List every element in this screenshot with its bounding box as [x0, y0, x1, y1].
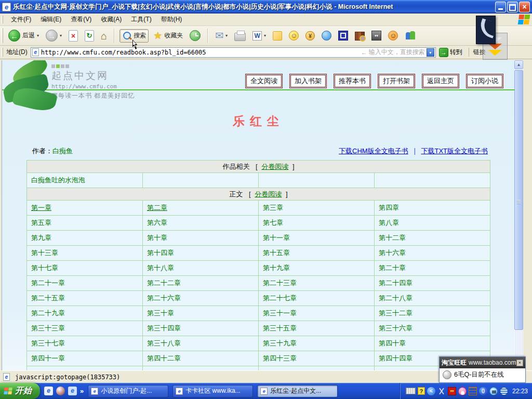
chapter-cell[interactable]: 第二十七章 — [259, 291, 375, 306]
menu-help[interactable]: 帮助(H) — [156, 14, 187, 25]
tray-collapse-icon[interactable]: < — [427, 387, 435, 395]
chapter-cell[interactable]: 第十八章 — [143, 261, 259, 276]
quicklaunch-ie-icon[interactable]: e — [44, 387, 53, 395]
stop-button[interactable]: × — [66, 29, 80, 43]
floating-swoosh-icon[interactable] — [476, 16, 496, 44]
close-button[interactable]: × — [519, 2, 530, 12]
forward-dropdown-icon[interactable]: ▾ — [60, 33, 62, 38]
chapter-cell[interactable]: 第四十一章 — [27, 351, 143, 366]
task-button-3-active[interactable]: e 乐红尘·起点中文... — [257, 385, 338, 397]
chapter-cell[interactable]: 第三十九章 — [259, 336, 375, 351]
chapter-cell[interactable]: 第十四章 — [143, 246, 259, 261]
chapter-cell[interactable]: 第二十六章 — [143, 291, 259, 306]
chapter-link[interactable]: 第三十六章 — [379, 324, 413, 332]
nav-read-full[interactable]: 全文阅读 — [245, 74, 283, 88]
chapter-link[interactable]: 第四十章 — [379, 339, 406, 347]
chapter-cell[interactable]: 第七章 — [259, 216, 375, 231]
mail-dropdown-icon[interactable]: ▾ — [225, 33, 228, 38]
chapter-link[interactable]: 第二十四章 — [379, 279, 413, 287]
chapter-link[interactable]: 第二十九章 — [31, 309, 65, 317]
chapter-cell[interactable]: 第三十一章 — [259, 306, 375, 321]
chapter-link[interactable]: 第四章 — [379, 204, 399, 211]
chapter-cell[interactable]: 第二十九章 — [27, 306, 143, 321]
chapter-link[interactable]: 第三十五章 — [263, 324, 297, 332]
chapter-link[interactable]: 第四十二章 — [147, 354, 181, 362]
help-tray-icon[interactable]: ? — [418, 387, 425, 395]
chapter-cell[interactable]: 第二十八章 — [375, 291, 490, 306]
nav-subscribe[interactable]: 订阅小说 — [466, 74, 503, 88]
face-tray-icon[interactable] — [489, 387, 498, 395]
chapter-link[interactable]: 第十九章 — [263, 264, 290, 272]
chapter-cell[interactable]: 第十三章 — [27, 246, 143, 261]
chapter-link[interactable]: 第三十二章 — [379, 309, 413, 317]
chapter-cell[interactable]: 第四十二章 — [143, 351, 259, 366]
scroll-up-button[interactable]: ▲ — [514, 60, 523, 69]
chapter-cell[interactable]: 第三十三章 — [27, 321, 143, 336]
chapter-link[interactable]: 第十八章 — [147, 264, 174, 272]
chapter-cell[interactable]: 第三十八章 — [143, 336, 259, 351]
chapter-cell[interactable]: 第三十七章 — [27, 336, 143, 351]
research-button[interactable] — [353, 29, 367, 42]
chapter-link[interactable]: 第二十七章 — [263, 294, 297, 302]
download-txt-link[interactable]: 下载TXT版全文电子书 — [421, 147, 488, 155]
related-link[interactable]: 白痴鱼吐的水泡泡 — [31, 176, 85, 184]
chapter-link[interactable]: 第四十四章 — [379, 354, 413, 362]
popup-close-icon[interactable]: × — [516, 360, 523, 366]
chapter-cell[interactable]: 第一章 — [27, 201, 143, 216]
chapter-cell[interactable]: 第五章 — [27, 216, 143, 231]
chapter-link[interactable]: 第九章 — [31, 234, 51, 242]
menu-file[interactable]: 文件(F) — [6, 14, 36, 25]
chapter-link[interactable]: 第三十一章 — [263, 309, 297, 317]
chapter-cell[interactable]: 第二十一章 — [27, 276, 143, 291]
mail-button[interactable]: ✉ ▾ — [213, 28, 230, 43]
chapter-link[interactable]: 第二十五章 — [31, 294, 65, 302]
chapter-link[interactable]: 第三章 — [263, 204, 283, 211]
nav-open-bookshelf[interactable]: 打开书架 — [378, 74, 415, 88]
chapter-link[interactable]: 第三十四章 — [147, 324, 181, 332]
chapter-cell[interactable]: 第十七章 — [27, 261, 143, 276]
notes-button[interactable] — [271, 30, 284, 42]
chapter-link[interactable]: 第十五章 — [263, 249, 290, 257]
task-button-2[interactable]: e 卡卡社区 www.ika... — [172, 385, 253, 397]
chapter-link[interactable]: 第十三章 — [31, 249, 58, 257]
chapter-link[interactable]: 第二十八章 — [379, 294, 413, 302]
search-button[interactable]: 搜索 — [119, 29, 149, 43]
history-button[interactable] — [188, 29, 203, 43]
chapter-link[interactable]: 第二十三章 — [263, 279, 297, 287]
task-button-1[interactable]: e 小说原创门户-起... — [88, 385, 168, 397]
subvolume-read-link[interactable]: 分卷阅读 — [261, 163, 288, 170]
nav-recommend[interactable]: 推荐本书 — [334, 74, 371, 88]
chapter-cell[interactable]: 第三章 — [259, 201, 375, 216]
chapter-link[interactable]: 第三十八章 — [147, 339, 181, 347]
blue-square-tool-button[interactable] — [336, 29, 350, 42]
thunder-download-icon[interactable]: ▾▾ — [448, 387, 456, 395]
address-input[interactable]: e http://www.cmfu.com/readbook.asp?bl_id… — [31, 47, 436, 58]
start-button[interactable]: 开始 — [0, 383, 40, 399]
popup-header[interactable]: 淘宝旺旺 www.taobao.com × — [440, 357, 525, 368]
chapter-cell[interactable]: 第二十四章 — [375, 276, 490, 291]
chapter-link[interactable]: 第十六章 — [379, 249, 406, 257]
ie-system-icon[interactable]: e — [2, 3, 11, 11]
minimize-button[interactable] — [495, 2, 506, 12]
chapter-cell[interactable]: 第三十五章 — [259, 321, 375, 336]
menu-edit[interactable]: 编辑(E) — [36, 14, 66, 25]
chapter-cell[interactable]: 第十六章 — [375, 246, 490, 261]
scrollbar-thumb[interactable] — [514, 70, 523, 330]
refresh-button[interactable]: ↻ — [83, 29, 96, 43]
hint-dropdown-icon[interactable]: ▾ — [427, 48, 434, 57]
chapter-link[interactable]: 第六章 — [147, 219, 167, 227]
chapter-link[interactable]: 第二十二章 — [147, 279, 181, 287]
chapter-cell[interactable]: 第十九章 — [259, 261, 375, 276]
print-button[interactable] — [232, 29, 248, 43]
chapter-link[interactable]: 第五章 — [31, 219, 51, 227]
chapter-cell[interactable]: 第十五章 — [259, 246, 375, 261]
chapter-link[interactable]: 第八章 — [379, 219, 399, 227]
chapter-cell[interactable]: 第三十四章 — [143, 321, 259, 336]
messenger-button[interactable]: ☺ — [287, 29, 301, 42]
chapter-cell[interactable]: 第八章 — [375, 216, 490, 231]
keyboard-language-icon[interactable] — [406, 388, 416, 394]
toolbar-grip[interactable] — [2, 28, 3, 43]
subvolume-read-link[interactable]: 分卷阅读 — [255, 190, 282, 198]
chapter-link[interactable]: 第十四章 — [147, 249, 174, 257]
nav-add-bookshelf[interactable]: 加入书架 — [289, 74, 327, 88]
